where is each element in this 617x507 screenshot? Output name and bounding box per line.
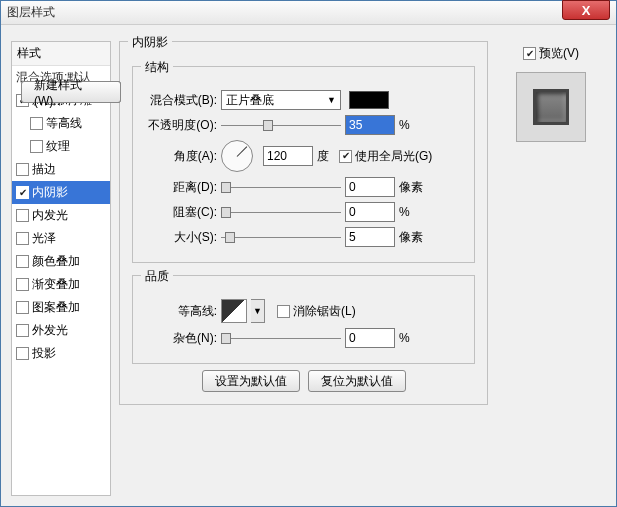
opacity-label: 不透明度(O):	[143, 117, 217, 134]
close-button[interactable]: X	[562, 0, 610, 20]
checkbox-icon	[16, 324, 29, 337]
preview-inner-icon	[533, 89, 569, 125]
spread-label: 阻塞(C):	[143, 204, 217, 221]
distance-label: 距离(D):	[143, 179, 217, 196]
sidebar-item[interactable]: 渐变叠加	[12, 273, 110, 296]
sidebar-item-label: 描边	[32, 161, 56, 178]
checkbox-icon	[30, 117, 43, 130]
contour-dropdown-arrow[interactable]: ▼	[251, 299, 265, 323]
sidebar-item[interactable]: 内阴影	[12, 181, 110, 204]
noise-input[interactable]: 0	[345, 328, 395, 348]
checkbox-icon	[16, 209, 29, 222]
sidebar-item-label: 光泽	[32, 230, 56, 247]
sidebar-item-label: 内阴影	[32, 184, 68, 201]
distance-unit: 像素	[399, 179, 429, 196]
sidebar-item[interactable]: 投影	[12, 342, 110, 365]
checkbox-icon	[16, 255, 29, 268]
spread-input[interactable]: 0	[345, 202, 395, 222]
angle-dial[interactable]	[221, 140, 253, 172]
quality-group: 品质 等高线: ▼ 消除锯齿(L) 杂色(N): 0 %	[132, 275, 475, 364]
reset-default-button[interactable]: 复位为默认值	[308, 370, 406, 392]
preview-checkbox[interactable]: 预览(V)	[523, 45, 579, 62]
size-label: 大小(S):	[143, 229, 217, 246]
opacity-unit: %	[399, 118, 429, 132]
sidebar-item-label: 等高线	[46, 115, 82, 132]
sidebar-item-label: 投影	[32, 345, 56, 362]
use-global-light-checkbox[interactable]: 使用全局光(G)	[339, 148, 432, 165]
spread-slider[interactable]	[221, 203, 341, 221]
checkbox-icon	[16, 278, 29, 291]
panel-title: 内阴影	[128, 34, 172, 51]
blend-mode-value: 正片叠底	[226, 92, 274, 109]
sidebar-item[interactable]: 等高线	[12, 112, 110, 135]
noise-label: 杂色(N):	[143, 330, 217, 347]
checkbox-icon	[16, 347, 29, 360]
noise-unit: %	[399, 331, 429, 345]
shadow-color-swatch[interactable]	[349, 91, 389, 109]
sidebar-item-label: 纹理	[46, 138, 70, 155]
sidebar-item[interactable]: 光泽	[12, 227, 110, 250]
sidebar-item-label: 外发光	[32, 322, 68, 339]
set-default-button[interactable]: 设置为默认值	[202, 370, 300, 392]
blend-mode-label: 混合模式(B):	[143, 92, 217, 109]
angle-input[interactable]: 120	[263, 146, 313, 166]
use-global-label: 使用全局光(G)	[355, 148, 432, 165]
sidebar-header: 样式	[12, 42, 110, 66]
preview-swatch	[516, 72, 586, 142]
sidebar-item[interactable]: 内发光	[12, 204, 110, 227]
structure-group: 结构 混合模式(B): 正片叠底 ▼ 不透明度(O): 35 %	[132, 66, 475, 263]
sidebar-item-label: 图案叠加	[32, 299, 80, 316]
size-unit: 像素	[399, 229, 429, 246]
checkbox-icon	[277, 305, 290, 318]
blend-mode-dropdown[interactable]: 正片叠底 ▼	[221, 90, 341, 110]
window-title: 图层样式	[7, 4, 55, 21]
sidebar-item[interactable]: 描边	[12, 158, 110, 181]
checkbox-icon	[16, 163, 29, 176]
new-style-button[interactable]: 新建样式(W)...	[21, 81, 121, 103]
angle-unit: 度	[317, 148, 329, 165]
noise-slider[interactable]	[221, 329, 341, 347]
contour-swatch[interactable]	[221, 299, 247, 323]
structure-legend: 结构	[141, 59, 173, 76]
inner-shadow-group: 内阴影 结构 混合模式(B): 正片叠底 ▼ 不透明度(O):	[119, 41, 488, 405]
checkbox-icon	[16, 186, 29, 199]
opacity-input[interactable]: 35	[345, 115, 395, 135]
angle-label: 角度(A):	[143, 148, 217, 165]
anti-alias-label: 消除锯齿(L)	[293, 303, 356, 320]
checkbox-icon	[16, 301, 29, 314]
size-slider[interactable]	[221, 228, 341, 246]
opacity-slider[interactable]	[221, 116, 341, 134]
contour-label: 等高线:	[143, 303, 217, 320]
sidebar-item[interactable]: 外发光	[12, 319, 110, 342]
sidebar-item-label: 内发光	[32, 207, 68, 224]
distance-slider[interactable]	[221, 178, 341, 196]
sidebar-item[interactable]: 纹理	[12, 135, 110, 158]
checkbox-icon	[16, 232, 29, 245]
chevron-down-icon: ▼	[327, 95, 336, 105]
titlebar: 图层样式 X	[1, 1, 616, 25]
size-input[interactable]: 5	[345, 227, 395, 247]
distance-input[interactable]: 0	[345, 177, 395, 197]
checkbox-icon	[339, 150, 352, 163]
sidebar-item-label: 颜色叠加	[32, 253, 80, 270]
spread-unit: %	[399, 205, 429, 219]
anti-alias-checkbox[interactable]: 消除锯齿(L)	[277, 303, 356, 320]
quality-legend: 品质	[141, 268, 173, 285]
sidebar-item[interactable]: 图案叠加	[12, 296, 110, 319]
preview-label: 预览(V)	[539, 45, 579, 62]
checkbox-icon	[30, 140, 43, 153]
sidebar-item-label: 渐变叠加	[32, 276, 80, 293]
sidebar-item[interactable]: 颜色叠加	[12, 250, 110, 273]
styles-sidebar: 样式 混合选项:默认 斜面和浮雕等高线纹理描边内阴影内发光光泽颜色叠加渐变叠加图…	[11, 41, 111, 496]
checkbox-icon	[523, 47, 536, 60]
